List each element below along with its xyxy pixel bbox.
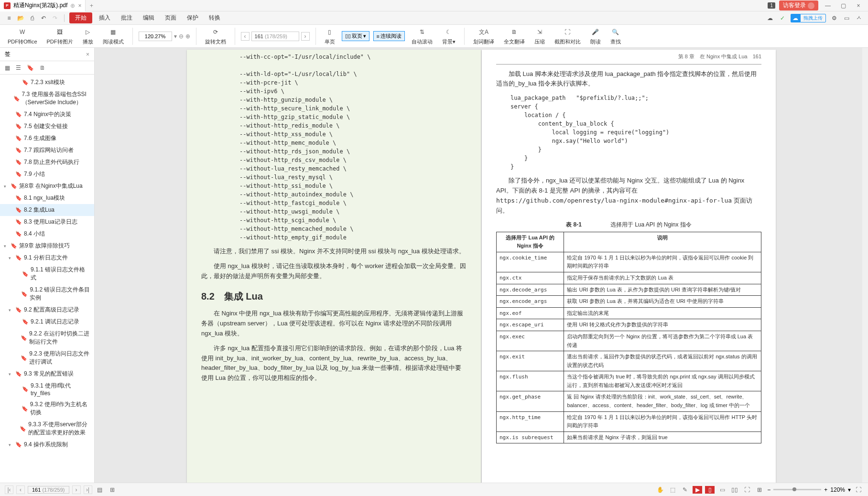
menu-convert[interactable]: 转换 [205,12,224,23]
page-next-button[interactable]: › [301,32,310,41]
sb-marker-icon[interactable]: ▤ [95,486,105,494]
outline-item[interactable]: 🔖7.3 使用服务器端包含SSI（ServerSide Include） [0,88,94,108]
outline-item[interactable]: 🔖9.2.3 使用访问日志文件进行调试 [0,348,94,368]
screenshot-compare-button[interactable]: ⛶ 截图和对比 [552,26,584,46]
outline-item[interactable]: 🔖9.2.1 调试日志记录 [0,316,94,328]
outline-item[interactable]: 🔖7.2.3 xslt模块 [0,76,94,88]
zoom-out-icon[interactable]: ⊖ [179,33,184,40]
outline-item[interactable]: ▾🔖9.2 配置高级日志记录 [0,304,94,316]
menu-edit[interactable]: 编辑 [139,12,158,23]
outline-item[interactable]: 🔖9.3.1 使用if取代try_files [0,380,94,399]
outline-item[interactable]: 🔖9.1.2 错误日志文件条目实例 [0,284,94,304]
bookmark-tab-icon[interactable]: 🔖 [27,65,34,71]
outline-item[interactable]: 🔖8.3 使用Lua记录日志 [0,216,94,228]
single-page-button[interactable]: ▯ 单页 [322,26,338,46]
redo-icon[interactable]: ↷ [51,14,59,22]
compress-button[interactable]: ⇲ 压缩 [532,26,548,46]
outline-item[interactable]: 🔖9.2.2 在运行时切换二进制运行文件 [0,328,94,348]
undo-icon[interactable]: ↶ [39,14,48,22]
page-input[interactable]: 161 (178/259) [251,32,299,41]
folder-open-icon[interactable]: 📂 [16,14,25,22]
menu-insert[interactable]: 插入 [95,12,114,23]
pdf-to-office-button[interactable]: W PDF转Office [5,26,40,46]
outline-item[interactable]: ▾🔖9.1 分析日志文件 [0,252,94,264]
close-icon[interactable]: × [78,2,81,9]
outline-item[interactable]: 🔖7.4 Nginx中的决策 [0,108,94,120]
sb-zoom-in-icon[interactable]: + [824,486,827,493]
menu-icon[interactable]: ≡ [5,14,13,22]
maximize-icon[interactable]: ▢ [837,1,849,11]
outline-item[interactable]: 🔖7.9 小结 [0,168,94,180]
add-tab-button[interactable]: + [86,0,97,11]
pdf-to-image-button[interactable]: 🖼 PDF转图片 [44,26,76,46]
window-close-icon[interactable]: × [853,1,864,11]
outline-item[interactable]: 🔖8.1 ngx_lua模块 [0,192,94,204]
outline-item[interactable]: 🔖8.4 小结 [0,228,94,240]
chevron-down-icon[interactable]: ▾ [363,33,366,39]
auto-scroll-button[interactable]: ⇅ 自动滚动 [409,26,435,46]
sync-icon[interactable]: ✓ [778,14,787,22]
sb-first-button[interactable]: |‹ [5,485,13,494]
minimize-icon[interactable]: — [822,1,834,11]
outline-item[interactable]: 🔖7.8 防止意外代码执行 [0,156,94,168]
sb-last-button[interactable]: ›| [84,485,92,494]
menu-annotate[interactable]: 批注 [117,12,136,23]
settings-icon[interactable]: ⚙ [830,14,838,22]
slider-thumb[interactable] [792,487,796,491]
sb-prev-button[interactable]: ‹ [16,485,25,494]
sb-fit-icon[interactable]: ⛶ [742,486,752,494]
find-button[interactable]: 🔍 查找 [608,26,624,46]
rotate-button[interactable]: ⟳ 旋转文档 [202,26,229,46]
sidebar-close-icon[interactable]: × [86,51,89,58]
thumbnail-tab-icon[interactable]: ▦ [5,65,10,71]
tab-pin-icon[interactable]: ⊕ [70,2,75,9]
sb-view4-icon[interactable]: ▯▯ [730,486,739,494]
sb-page-display[interactable]: 161 (178/259) [28,486,69,494]
sb-view3-icon[interactable]: ▭ [717,486,727,494]
sb-zoom-out-icon[interactable]: − [767,486,770,493]
read-aloud-button[interactable]: 🎤 朗读 [587,26,604,46]
sb-annotate-icon[interactable]: ✎ [680,486,690,494]
zoom-input[interactable] [139,32,172,41]
outline-item[interactable]: 🔖9.1.1 错误日志文件格式 [0,264,94,284]
sb-next-button[interactable]: › [72,485,81,494]
chevron-down-icon[interactable]: ▾ [174,33,177,40]
outline-item[interactable]: ▾🔖第8章 在Nginx中集成Lua [0,180,94,192]
page-prev-button[interactable]: ‹ [241,32,250,41]
sb-fullscreen-icon[interactable]: ⛶ [854,486,863,494]
cloud-icon[interactable]: ☁ [766,14,774,22]
sb-cursor-icon[interactable]: ⬚ [668,486,677,494]
outline-item[interactable]: 🔖7.7 跟踪网站访问者 [0,144,94,156]
menu-page[interactable]: 页面 [161,12,180,23]
outline-item[interactable]: ▾🔖9.4 操作系统限制 [0,439,94,451]
outline-tab-icon[interactable]: ☰ [16,65,21,71]
outline-item[interactable]: ▾🔖9.3 常见的配置错误 [0,368,94,380]
zoom-in-icon[interactable]: ⊕ [185,33,190,40]
sb-settings-icon[interactable]: ⊞ [755,486,764,494]
sb-view1-icon[interactable]: ▶ [693,486,702,494]
read-mode-button[interactable]: ▦ 阅读模式 [100,26,127,46]
zoom-slider[interactable] [773,489,821,490]
outline-item[interactable]: 🔖9.3.2 使用if作为主机名切换 [0,399,94,419]
menu-start[interactable]: 开始 [69,12,92,23]
full-translate-button[interactable]: 🗎 全文翻译 [501,26,528,46]
outline-item[interactable]: 🔖7.5 创建安全链接 [0,120,94,132]
outline-item[interactable]: 🔖8.2 集成Lua [0,204,94,216]
background-button[interactable]: ☾ 背景▾ [439,26,458,46]
sb-zoom-value[interactable]: 120% [830,486,845,493]
menu-protect[interactable]: 保护 [183,12,202,23]
play-button[interactable]: ▷ 播放 [80,26,96,46]
upload-button[interactable]: ☁ 拖拽上传 [791,14,826,22]
chevron-down-icon[interactable]: ▾ [848,486,851,493]
sb-hand-icon[interactable]: ✋ [655,486,665,494]
attachment-tab-icon[interactable]: 🗎 [40,65,45,71]
login-button[interactable]: 访客登录 [779,0,818,11]
dual-page-button[interactable]: ▯▯ 双页 ▾ [342,31,369,41]
outline-item[interactable]: 🔖9.3.3 不使用server部分的配置追求更好的效果 [0,419,94,439]
outline-item[interactable]: ▾🔖第9章 故障排除技巧 [0,240,94,252]
document-tab[interactable]: P 精通Nginx(第2版).pdf ⊕ × [0,0,86,11]
content-area[interactable]: --with-cc-opt="-I/usr/local/include" \ -… [95,48,868,496]
sb-view2-icon[interactable]: ▯ [705,486,715,494]
word-translate-button[interactable]: 文A 划词翻译 [470,26,497,46]
sb-bookmark-icon[interactable]: ⊞ [108,486,117,494]
